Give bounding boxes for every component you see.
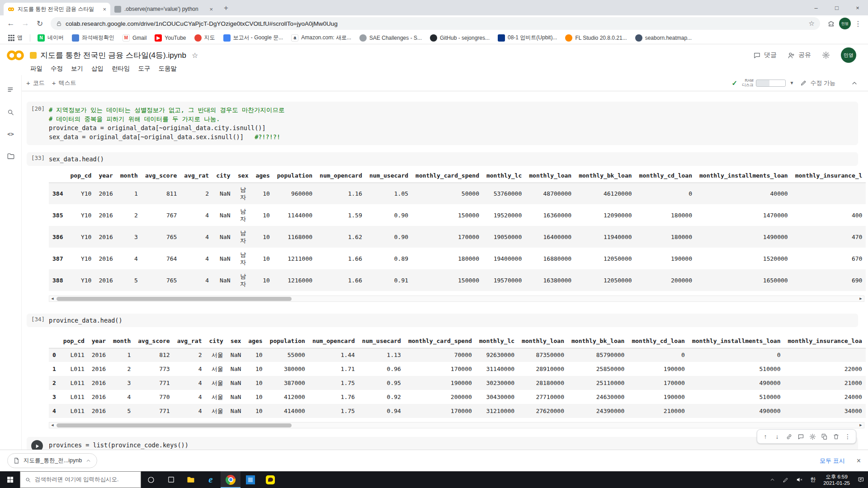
taskbar-search-input[interactable]: 검색하려면 여기에 입력하십시오. bbox=[20, 471, 141, 488]
more-vert-icon[interactable]: ⋮ bbox=[842, 431, 854, 442]
back-icon[interactable]: ← bbox=[5, 17, 17, 30]
move-up-icon[interactable]: ↑ bbox=[760, 431, 771, 442]
close-shelf-icon[interactable]: × bbox=[857, 457, 861, 465]
trash-icon[interactable] bbox=[830, 431, 842, 442]
code-editor[interactable]: province_data.head() bbox=[49, 316, 854, 325]
menu-item-2[interactable]: 수정 bbox=[47, 63, 67, 75]
menu-item-5[interactable]: 런타임 bbox=[108, 63, 134, 75]
gear-icon[interactable] bbox=[807, 431, 818, 442]
bookmark-item[interactable]: MGmail bbox=[119, 33, 150, 43]
download-item[interactable]: 지도를_통한_전...ipynb bbox=[7, 453, 97, 468]
code-editor[interactable]: sex_data.head() bbox=[49, 155, 854, 164]
ime-indicator[interactable]: 한 bbox=[807, 471, 819, 488]
add-code-button[interactable]: +코드 bbox=[26, 79, 45, 87]
bookmark-item[interactable]: seaborn.heatmap... bbox=[632, 33, 695, 43]
bookmark-item[interactable]: SAE Challenges - S... bbox=[356, 33, 425, 43]
search-icon[interactable] bbox=[6, 107, 16, 117]
tray-chevron-up-icon[interactable] bbox=[766, 471, 779, 488]
menu-item-6[interactable]: 도구 bbox=[134, 63, 155, 75]
internet-explorer-icon[interactable]: e bbox=[201, 471, 221, 488]
menu-item-1[interactable]: 파일 bbox=[26, 63, 47, 75]
scroll-right-icon[interactable]: ▶ bbox=[858, 422, 864, 428]
resource-gauge[interactable] bbox=[756, 80, 786, 87]
table-of-contents-icon[interactable] bbox=[6, 85, 16, 95]
chevron-down-icon[interactable]: ▼ bbox=[789, 80, 794, 85]
chrome-icon[interactable] bbox=[221, 471, 241, 488]
browser-tab[interactable]: .observe(name='value') python× bbox=[110, 3, 217, 15]
extensions-icon[interactable] bbox=[825, 17, 837, 30]
browser-tab[interactable]: 지도를 통한 전국민 금융 스타일× bbox=[4, 3, 110, 15]
kakaotalk-icon[interactable] bbox=[260, 471, 280, 488]
run-cell-button[interactable] bbox=[31, 440, 43, 450]
bookmark-item[interactable]: 지도 bbox=[191, 33, 219, 43]
cell: 690 bbox=[792, 269, 866, 291]
share-button[interactable]: 공유 bbox=[788, 51, 811, 59]
settings-gear-icon[interactable] bbox=[822, 51, 830, 59]
bookmark-item[interactable]: GitHub - sejongres... bbox=[426, 33, 493, 43]
url-text[interactable]: colab.research.google.com/drive/1nCOUCuC… bbox=[66, 20, 805, 27]
bookmark-item[interactable]: FL Studio 20.8.0.21... bbox=[561, 33, 630, 43]
scroll-right-icon[interactable]: ▶ bbox=[858, 296, 864, 301]
colab-profile-avatar[interactable]: 민영 bbox=[841, 47, 856, 63]
code-cell-33[interactable]: [33]sex_data.head() bbox=[27, 152, 858, 166]
code-editor[interactable]: provinces = list(province_code.keys()) bbox=[49, 441, 854, 450]
scrollbar-thumb[interactable] bbox=[57, 423, 292, 427]
maximize-button[interactable]: □ bbox=[826, 0, 847, 15]
horizontal-scrollbar[interactable]: ◀ ▶ bbox=[49, 422, 864, 428]
menu-item-7[interactable]: 도움말 bbox=[155, 63, 181, 75]
bookmark-item[interactable]: ▶YouTube bbox=[151, 33, 189, 43]
windows-start-icon[interactable] bbox=[0, 471, 20, 488]
file-explorer-icon[interactable] bbox=[181, 471, 201, 488]
cortana-icon[interactable] bbox=[141, 471, 161, 488]
photos-icon[interactable] bbox=[241, 471, 260, 488]
close-button[interactable]: × bbox=[847, 0, 868, 15]
star-icon[interactable]: ☆ bbox=[192, 51, 198, 60]
task-view-icon[interactable] bbox=[161, 471, 181, 488]
bookmark-item[interactable]: 보고서 - Google 문... bbox=[220, 33, 287, 43]
cell: 190000 bbox=[628, 390, 688, 404]
files-folder-icon[interactable] bbox=[6, 151, 16, 161]
omnibox[interactable]: colab.research.google.com/drive/1nCOUCuC… bbox=[51, 17, 820, 30]
link-icon[interactable] bbox=[783, 431, 795, 442]
code-cell-partial[interactable]: provinces = list(province_code.keys()) bbox=[27, 437, 858, 450]
notification-center-icon[interactable] bbox=[854, 471, 868, 488]
bookmark-star-icon[interactable]: ☆ bbox=[809, 19, 815, 28]
bookmark-item[interactable]: 08-1 업비트(Upbit)... bbox=[494, 33, 561, 43]
show-all-downloads-button[interactable]: 모두 표시 bbox=[820, 457, 845, 465]
speaker-mute-icon[interactable] bbox=[793, 471, 807, 488]
pen-icon[interactable] bbox=[779, 471, 793, 488]
add-text-button[interactable]: +텍스트 bbox=[52, 79, 76, 87]
move-down-icon[interactable]: ↓ bbox=[771, 431, 783, 442]
comment-icon[interactable] bbox=[795, 431, 807, 442]
copy-icon[interactable] bbox=[818, 431, 830, 442]
notebook-title[interactable]: 지도를 통한 전국민 금융 스타일(4등).ipynb bbox=[40, 50, 186, 61]
scroll-left-icon[interactable]: ◀ bbox=[49, 422, 56, 428]
minimize-button[interactable]: – bbox=[806, 0, 826, 15]
horizontal-scrollbar[interactable]: ◀ ▶ bbox=[49, 296, 864, 302]
bookmark-item[interactable]: 앱 bbox=[5, 33, 26, 43]
collapse-chevron-up-icon[interactable] bbox=[851, 80, 858, 87]
colab-logo-icon[interactable] bbox=[6, 49, 24, 61]
new-tab-button[interactable]: + bbox=[220, 2, 232, 14]
scrollbar-thumb[interactable] bbox=[57, 297, 292, 301]
menu-item-3[interactable]: 보기 bbox=[67, 63, 87, 75]
scroll-left-icon[interactable]: ◀ bbox=[49, 296, 56, 301]
forward-icon[interactable]: → bbox=[19, 17, 32, 30]
code-editor[interactable]: # 지역정보가 있는 데이터는 성별정보가 없고, 그 반대의 경우도 마찬가지… bbox=[49, 105, 854, 141]
comment-button[interactable]: 댓글 bbox=[753, 51, 777, 59]
chevron-up-icon[interactable] bbox=[85, 458, 91, 464]
code-snippets-icon[interactable]: <> bbox=[6, 129, 16, 139]
taskbar-clock[interactable]: 오후 6:59 2021-01-25 bbox=[819, 474, 854, 486]
tab-close-icon[interactable]: × bbox=[103, 6, 106, 13]
bookmark-item[interactable]: 좌석배정확인 bbox=[68, 33, 118, 43]
bookmark-item[interactable]: N네이버 bbox=[34, 33, 67, 43]
menu-item-4[interactable]: 삽입 bbox=[87, 63, 108, 75]
code-cell-20[interactable]: [20]# 지역정보가 있는 데이터는 성별정보가 없고, 그 반대의 경우도 … bbox=[27, 102, 858, 145]
edit-mode-button[interactable]: 수정 가능 bbox=[800, 79, 835, 87]
code-cell-34[interactable]: [34]province_data.head() bbox=[27, 314, 858, 327]
menu-dots-icon[interactable]: ⋮ bbox=[853, 19, 863, 28]
reload-icon[interactable]: ↻ bbox=[33, 17, 46, 30]
bookmark-item[interactable]: aAmazon.com: 새로... bbox=[288, 33, 355, 43]
tab-close-icon[interactable]: × bbox=[209, 6, 213, 13]
browser-profile-avatar[interactable]: 민영 bbox=[839, 18, 851, 29]
